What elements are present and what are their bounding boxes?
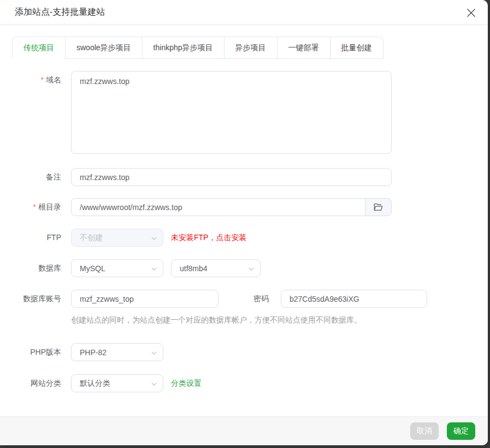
tab-async-project[interactable]: 异步项目	[225, 37, 278, 59]
php-version-select[interactable]: PHP-82	[71, 343, 163, 361]
add-site-form: *域名 mzf.zzwws.top 备注 *根目录	[0, 71, 488, 392]
add-site-dialog: 添加站点-支持批量建站 传统项目 swoole异步项目 thinkphp异步项目…	[0, 0, 488, 445]
project-type-tabs: 传统项目 swoole异步项目 thinkphp异步项目 异步项目 一键部署 批…	[12, 37, 383, 59]
chevron-down-icon	[151, 381, 157, 387]
database-label: 数据库	[0, 259, 61, 277]
chevron-down-icon	[151, 235, 157, 242]
database-engine-value: MySQL	[80, 264, 105, 273]
folder-icon	[374, 203, 383, 211]
chevron-down-icon	[248, 266, 255, 272]
db-account-label: 数据库账号	[0, 290, 61, 308]
close-button[interactable]	[465, 7, 477, 19]
note-row: 备注	[0, 168, 488, 186]
browse-directory-button[interactable]	[365, 198, 392, 216]
site-category-value: 默认分类	[80, 379, 110, 389]
dialog-footer: 取消 确定	[0, 416, 488, 445]
required-asterisk: *	[41, 75, 44, 84]
php-version-value: PHP-82	[80, 348, 107, 357]
note-input[interactable]	[71, 168, 392, 186]
domain-textarea[interactable]: mzf.zzwws.top	[71, 71, 392, 154]
tab-one-click-deploy[interactable]: 一键部署	[278, 37, 330, 59]
database-engine-select[interactable]: MySQL	[71, 259, 163, 277]
db-password-label: 密码	[253, 290, 269, 308]
cancel-button[interactable]: 取消	[410, 422, 439, 440]
tab-swoole-async-project[interactable]: swoole异步项目	[66, 37, 143, 59]
site-category-row: 网站分类 默认分类 分类设置	[0, 374, 488, 392]
ftp-install-link[interactable]: 未安装FTP，点击安装	[171, 229, 246, 247]
root-dir-label: *根目录	[0, 198, 61, 216]
dialog-header: 添加站点-支持批量建站	[0, 0, 488, 25]
db-account-help-text: 创建站点的同时，为站点创建一个对应的数据库帐户，方便不同站点使用不同数据库。	[71, 315, 488, 325]
chevron-down-icon	[151, 266, 157, 272]
required-asterisk: *	[33, 202, 36, 211]
php-version-label: PHP版本	[0, 343, 61, 361]
tab-traditional-project[interactable]: 传统项目	[13, 37, 66, 59]
chevron-down-icon	[151, 350, 157, 356]
db-username-input[interactable]	[71, 290, 219, 308]
database-charset-select[interactable]: utf8mb4	[171, 259, 261, 277]
category-settings-link[interactable]: 分类设置	[171, 374, 202, 392]
database-charset-value: utf8mb4	[180, 264, 208, 273]
root-dir-row: *根目录	[0, 198, 488, 216]
ftp-label: FTP	[0, 229, 61, 247]
db-password-input[interactable]	[281, 290, 427, 308]
site-category-label: 网站分类	[0, 374, 61, 392]
database-row: 数据库 MySQL utf8mb4	[0, 259, 488, 277]
close-icon	[466, 8, 476, 18]
php-version-row: PHP版本 PHP-82	[0, 343, 488, 361]
tab-thinkphp-async-project[interactable]: thinkphp异步项目	[143, 37, 225, 59]
site-category-select[interactable]: 默认分类	[71, 374, 163, 392]
ftp-select-value: 不创建	[80, 233, 103, 243]
ftp-row: FTP 不创建 未安装FTP，点击安装	[0, 229, 488, 247]
root-dir-input[interactable]	[71, 198, 365, 216]
confirm-button[interactable]: 确定	[447, 422, 475, 440]
dialog-title: 添加站点-支持批量建站	[15, 7, 105, 18]
db-account-row: 数据库账号 密码	[0, 290, 488, 308]
tab-batch-create[interactable]: 批量创建	[330, 37, 383, 59]
domain-row: *域名 mzf.zzwws.top	[0, 71, 488, 154]
domain-label: *域名	[0, 71, 61, 89]
note-label: 备注	[0, 168, 61, 186]
ftp-select[interactable]: 不创建	[71, 229, 163, 247]
